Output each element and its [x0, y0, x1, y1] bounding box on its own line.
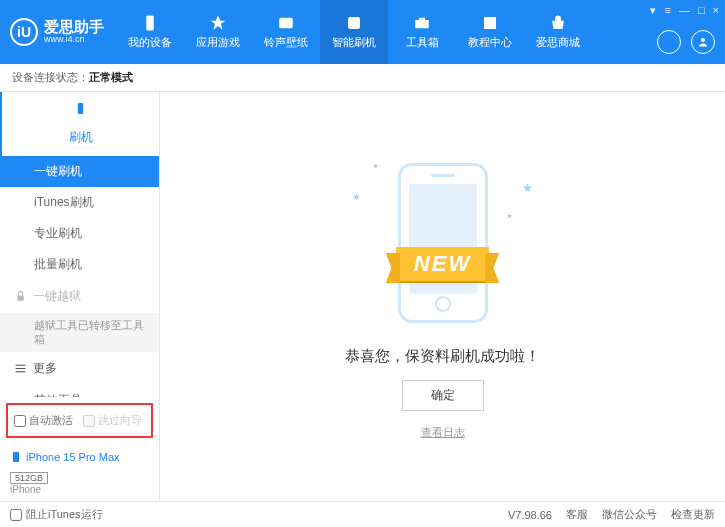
sidebar-group-more[interactable]: 更多	[0, 352, 159, 385]
logo-title: 爱思助手	[44, 19, 104, 36]
device-icon	[141, 14, 159, 32]
sidebar-group-flash[interactable]: 刷机	[0, 92, 159, 156]
flash-icon	[345, 14, 363, 32]
nav-my-device[interactable]: 我的设备	[116, 0, 184, 64]
svg-rect-4	[78, 103, 83, 114]
store-icon	[549, 14, 567, 32]
phone-icon	[10, 450, 22, 464]
sidebar-item-oneclick-flash[interactable]: 一键刷机	[0, 156, 159, 187]
device-type: iPhone	[0, 484, 159, 501]
image-icon	[277, 14, 295, 32]
device-name[interactable]: iPhone 15 Pro Max	[0, 444, 159, 470]
sidebar-item-pro-flash[interactable]: 专业刷机	[0, 218, 159, 249]
nav-toolbox[interactable]: 工具箱	[388, 0, 456, 64]
header: iU 爱思助手 www.i4.cn 我的设备 应用游戏 铃声壁纸 智能刷机 工具…	[0, 0, 725, 64]
user-button[interactable]	[691, 30, 715, 54]
link-wechat[interactable]: 微信公众号	[602, 507, 657, 522]
link-check-update[interactable]: 检查更新	[671, 507, 715, 522]
svg-rect-9	[13, 452, 19, 462]
nav-store[interactable]: 爱思商城	[524, 0, 592, 64]
svg-rect-8	[16, 371, 26, 372]
svg-rect-0	[146, 16, 154, 31]
book-icon	[481, 14, 499, 32]
main-content: NEW 恭喜您，保资料刷机成功啦！ 确定 查看日志	[160, 92, 725, 501]
ok-button[interactable]: 确定	[402, 380, 484, 411]
new-badge: NEW	[396, 247, 489, 281]
success-message: 恭喜您，保资料刷机成功啦！	[345, 347, 540, 366]
status-mode: 正常模式	[89, 70, 133, 85]
main-nav: 我的设备 应用游戏 铃声壁纸 智能刷机 工具箱 教程中心 爱思商城	[116, 0, 592, 64]
svg-rect-6	[16, 364, 26, 365]
link-support[interactable]: 客服	[566, 507, 588, 522]
nav-apps[interactable]: 应用游戏	[184, 0, 252, 64]
apps-icon	[209, 14, 227, 32]
download-button[interactable]	[657, 30, 681, 54]
status-bar: 设备连接状态： 正常模式	[0, 64, 725, 92]
checkbox-skip-setup[interactable]: 跳过向导	[83, 413, 142, 428]
footer: 阻止iTunes运行 V7.98.66 客服 微信公众号 检查更新	[0, 501, 725, 527]
sidebar-group-jailbreak: 一键越狱	[0, 280, 159, 313]
svg-rect-2	[348, 17, 360, 29]
nav-flash[interactable]: 智能刷机	[320, 0, 388, 64]
flash-group-icon	[74, 102, 87, 115]
svg-rect-1	[279, 18, 293, 29]
tray-icon[interactable]: ▾	[650, 4, 656, 17]
version-label: V7.98.66	[508, 509, 552, 521]
more-icon	[14, 362, 27, 375]
logo-url: www.i4.cn	[44, 35, 104, 45]
sidebar-item-batch-flash[interactable]: 批量刷机	[0, 249, 159, 280]
status-label: 设备连接状态：	[12, 70, 89, 85]
view-log-link[interactable]: 查看日志	[421, 425, 465, 440]
sidebar-options: 自动激活 跳过向导	[6, 403, 153, 438]
window-controls: ▾ ≡ — □ ×	[650, 4, 719, 17]
success-illustration: NEW	[343, 153, 543, 333]
jailbreak-note: 越狱工具已转移至工具箱	[0, 313, 159, 352]
sidebar-item-itunes-flash[interactable]: iTunes刷机	[0, 187, 159, 218]
maximize-icon[interactable]: □	[698, 4, 705, 17]
svg-rect-5	[17, 295, 24, 300]
close-icon[interactable]: ×	[713, 4, 719, 17]
nav-tutorials[interactable]: 教程中心	[456, 0, 524, 64]
sidebar-item-other-tools[interactable]: 其他工具	[0, 385, 159, 397]
sidebar: 刷机 一键刷机 iTunes刷机 专业刷机 批量刷机 一键越狱 越狱工具已转移至…	[0, 92, 160, 501]
logo[interactable]: iU 爱思助手 www.i4.cn	[0, 18, 116, 46]
lock-icon	[14, 290, 27, 303]
toolbox-icon	[413, 14, 431, 32]
svg-rect-7	[16, 368, 26, 369]
nav-ringtones[interactable]: 铃声壁纸	[252, 0, 320, 64]
menu-icon[interactable]: ≡	[664, 4, 670, 17]
header-actions	[657, 30, 715, 54]
checkbox-auto-activate[interactable]: 自动激活	[14, 413, 73, 428]
minimize-icon[interactable]: —	[679, 4, 690, 17]
logo-icon: iU	[10, 18, 38, 46]
storage-badge: 512GB	[10, 472, 48, 484]
checkbox-block-itunes[interactable]: 阻止iTunes运行	[10, 507, 103, 522]
svg-point-3	[701, 38, 705, 42]
